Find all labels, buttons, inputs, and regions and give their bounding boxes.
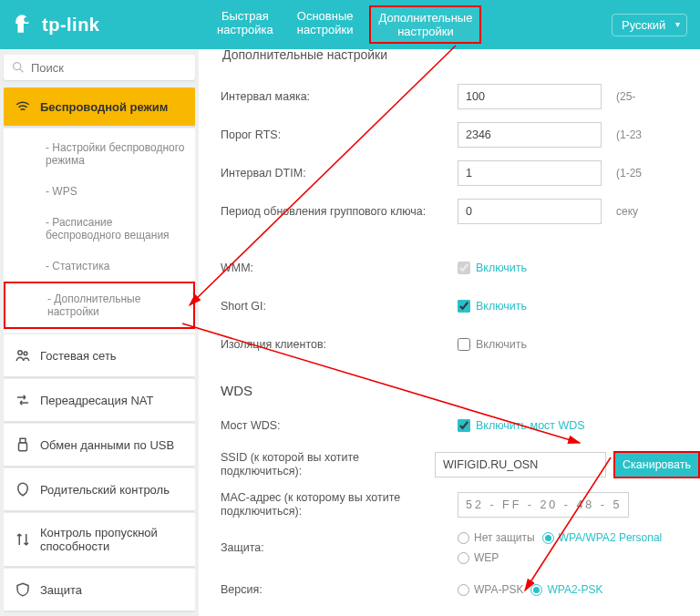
svg-point-3 xyxy=(18,351,23,355)
checkbox-wmm[interactable]: Включить xyxy=(458,262,527,274)
sidebar-item-label: Гостевая сеть xyxy=(40,349,117,363)
checkbox-sgi-input[interactable] xyxy=(458,300,470,313)
input-beacon[interactable] xyxy=(458,84,602,109)
language-select[interactable]: Русский xyxy=(612,14,687,36)
row-dtim: Интервал DTIM: (1-25 xyxy=(221,160,700,186)
row-isolation: Изоляция клиентов: Включить xyxy=(221,332,700,357)
top-tabs: Быстраянастройка Основныенастройки Допол… xyxy=(210,5,481,44)
row-group-key: Период обновления группового ключа: секу xyxy=(221,199,700,224)
svg-point-1 xyxy=(14,63,21,70)
label-sgi: Short GI: xyxy=(221,300,458,313)
sidebar-item-nat[interactable]: Переадресация NAT xyxy=(4,379,195,422)
input-dtim[interactable] xyxy=(458,160,602,186)
scan-button[interactable]: Сканировать xyxy=(613,451,700,478)
brand-text: tp-link xyxy=(42,15,100,36)
input-rts[interactable] xyxy=(458,122,602,148)
input-group-key[interactable] xyxy=(458,199,602,224)
sidebar-item-security[interactable]: Защита xyxy=(4,569,195,611)
content-panel: Дополнительные настройки Интервал маяка:… xyxy=(199,49,700,616)
nat-icon xyxy=(15,392,31,408)
sidebar-item-label: Родительский контроль xyxy=(40,483,170,497)
radio-security-wpa[interactable]: WPA/WPA2 Personal xyxy=(542,531,663,544)
label-wds-bridge: Мост WDS: xyxy=(221,419,458,433)
sidebar-item-label: Контроль пропускной способности xyxy=(40,526,184,553)
row-wds-bridge: Мост WDS: Включить мост WDS xyxy=(221,413,700,438)
label-version: Версия: xyxy=(221,583,458,597)
row-wmm: WMM: Включить xyxy=(221,255,700,281)
wifi-icon xyxy=(15,98,31,115)
checkbox-wmm-input[interactable] xyxy=(458,262,470,274)
row-version: Версия: WPA-PSK WPA2-PSK xyxy=(221,577,700,602)
label-dtim: Интервал DTIM: xyxy=(221,167,458,180)
hint-rts: (1-23 xyxy=(616,128,642,141)
input-wds-mac[interactable] xyxy=(458,492,629,518)
label-security: Защита: xyxy=(221,541,458,555)
sidebar-item-parental[interactable]: Родительский контроль xyxy=(4,468,195,511)
checkbox-isolation-input[interactable] xyxy=(458,338,470,351)
row-rts: Порог RTS: (1-23 xyxy=(221,122,700,148)
subitem-wireless-settings[interactable]: - Настройки беспроводного режима xyxy=(4,132,195,176)
row-sgi: Short GI: Включить xyxy=(221,293,700,319)
subitem-wps[interactable]: - WPS xyxy=(4,176,195,207)
checkbox-sgi[interactable]: Включить xyxy=(458,300,527,313)
radio-version-wpapsk[interactable]: WPA-PSK xyxy=(458,583,523,596)
row-wds-mac: MAC-адрес (к которому вы хотите подключи… xyxy=(221,491,700,518)
row-security: Защита: Нет защиты WPA/WPA2 Personal WEP xyxy=(221,531,700,564)
shield-icon xyxy=(15,581,31,598)
subitem-statistics[interactable]: - Статистика xyxy=(4,251,195,282)
checkbox-wds-bridge[interactable]: Включить мост WDS xyxy=(458,419,585,432)
label-wds-mac: MAC-адрес (к которому вы хотите подключи… xyxy=(221,491,458,518)
parental-icon xyxy=(15,481,31,498)
sidebar-item-guest[interactable]: Гостевая сеть xyxy=(4,334,195,377)
guest-icon xyxy=(15,347,31,364)
checkbox-isolation[interactable]: Включить xyxy=(458,338,527,351)
radio-security-none[interactable]: Нет защиты xyxy=(458,531,535,544)
sidebar-item-label: Обмен данными по USB xyxy=(40,438,174,452)
brand-logo: tp-link xyxy=(13,13,210,36)
bandwidth-icon xyxy=(15,531,31,548)
sidebar-item-wireless[interactable]: Беспроводной режим xyxy=(4,87,195,127)
radio-version-wpa2psk[interactable]: WPA2-PSK xyxy=(530,583,602,596)
tab-advanced[interactable]: Дополнительныенастройки xyxy=(369,5,481,44)
svg-line-2 xyxy=(20,69,23,72)
sidebar-item-label: Беспроводной режим xyxy=(40,100,168,114)
section-title: Дополнительные настройки xyxy=(222,49,387,62)
sidebar-item-label: Переадресация NAT xyxy=(40,394,153,407)
label-beacon: Интервал маяка: xyxy=(221,90,458,104)
svg-point-4 xyxy=(24,352,27,355)
search-box[interactable] xyxy=(4,55,195,80)
label-wds-ssid: SSID (к которой вы хотите подключиться): xyxy=(221,451,435,478)
sidebar-item-usb[interactable]: Обмен данными по USB xyxy=(4,424,195,467)
label-isolation: Изоляция клиентов: xyxy=(221,338,458,352)
subitem-schedule[interactable]: - Расписание беспроводного вещания xyxy=(4,207,195,251)
label-wmm: WMM: xyxy=(221,262,458,275)
search-icon xyxy=(11,60,26,75)
tab-quick-setup[interactable]: Быстраянастройка xyxy=(210,5,281,44)
svg-rect-6 xyxy=(19,443,27,451)
hint-beacon: (25- xyxy=(616,90,635,103)
usb-icon xyxy=(15,436,31,453)
tplink-logo-icon xyxy=(13,13,36,36)
label-group-key: Период обновления группового ключа: xyxy=(221,205,458,219)
wds-heading: WDS xyxy=(221,383,700,398)
radio-security-wep[interactable]: WEP xyxy=(458,551,499,564)
input-wds-ssid[interactable] xyxy=(435,452,606,477)
subitem-advanced[interactable]: - Дополнительные настройки xyxy=(4,282,195,329)
tab-basic[interactable]: Основныенастройки xyxy=(290,5,361,44)
row-wds-ssid: SSID (к которой вы хотите подключиться):… xyxy=(221,451,700,478)
app-header: tp-link Быстраянастройка Основныенастрой… xyxy=(0,0,700,49)
sidebar-item-label: Защита xyxy=(40,583,82,597)
sidebar: Беспроводной режим - Настройки беспровод… xyxy=(0,49,199,616)
advanced-form: Интервал маяка: (25- Порог RTS: (1-23 Ин… xyxy=(221,84,700,616)
svg-point-0 xyxy=(24,17,29,23)
checkbox-wds-bridge-input[interactable] xyxy=(458,419,470,432)
sidebar-item-bandwidth[interactable]: Контроль пропускной способности xyxy=(4,513,195,567)
search-input[interactable] xyxy=(31,61,188,75)
hint-dtim: (1-25 xyxy=(616,167,642,180)
label-rts: Порог RTS: xyxy=(221,128,458,142)
row-beacon: Интервал маяка: (25- xyxy=(221,84,700,109)
language-select-wrap: Русский xyxy=(612,14,687,36)
sidebar-submenu: - Настройки беспроводного режима - WPS -… xyxy=(4,128,195,333)
hint-group-key: секу xyxy=(616,205,638,218)
